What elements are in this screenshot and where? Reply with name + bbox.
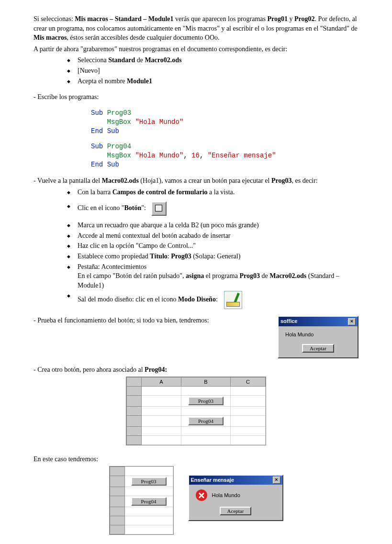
- msgbox-title: Enseñar mensaje: [191, 477, 235, 484]
- list-item: Sal del modo diseño: clic en el icono Mo…: [67, 291, 358, 309]
- list-item: Pestaña: Acontecimientos En el campo "Bo…: [67, 262, 358, 290]
- code-block-prog03: Sub Prog03 MsgBox "Hola Mundo" End Sub: [91, 109, 358, 136]
- prog03-button[interactable]: Prog03: [131, 477, 167, 486]
- close-icon[interactable]: ×: [273, 477, 280, 484]
- caso-text: En este caso tendremos:: [34, 455, 358, 464]
- msgbox-ensenar: Enseñar mensaje × Hola Mundo Aceptar: [188, 475, 283, 521]
- msgbox-soffice: soffice × Hola Mundo Aceptar: [278, 316, 358, 358]
- prueba-text: - Prueba el funcionamiento del botón; si…: [34, 316, 268, 325]
- prog04-button[interactable]: Prog04: [131, 497, 167, 506]
- code-block-prog04: Sub Prog04 MsgBox "Hola Mundo", 16, "Ens…: [91, 142, 358, 169]
- spreadsheet-preview-2: Prog03 Prog04: [109, 466, 174, 535]
- spreadsheet-preview-1: ABC Prog03 Prog04: [126, 377, 266, 445]
- close-icon[interactable]: ×: [348, 318, 356, 325]
- list-item: Marca un recuadro que abarque a la celda…: [67, 221, 358, 230]
- escribe-heading: - Escribe los programas:: [34, 92, 358, 102]
- aceptar-button[interactable]: Aceptar: [302, 344, 334, 353]
- aceptar-button[interactable]: Aceptar: [220, 507, 252, 515]
- list-item: Acepta el nombre Module1: [67, 77, 358, 86]
- msgbox-body: Hola Mundo: [279, 326, 358, 341]
- list-item: Accede al menú contextual del botón acab…: [67, 231, 358, 241]
- design-mode-icon: [224, 291, 242, 309]
- intro-paragraph: Si seleccionas: Mis macros – Standard – …: [34, 14, 358, 43]
- crea-text: - Crea otro botón, pero ahora asociado a…: [34, 365, 358, 375]
- button-icon: [151, 201, 167, 216]
- msgbox-title: soffice: [280, 318, 297, 325]
- intro-line-2: A partir de ahora "grabaremos" nuestros …: [34, 44, 358, 54]
- list-item: Establece como propiedad Título: Prog03 …: [67, 252, 358, 261]
- list-item: [Nuevo]: [67, 66, 358, 76]
- list-item: Con la barra Campos de control de formul…: [67, 188, 358, 197]
- list-item: Haz clic en la opción "Campo de Control.…: [67, 241, 358, 251]
- steps-list-1: Selecciona Standard de Macro02.ods [Nuev…: [67, 56, 358, 86]
- msgbox-body: Hola Mundo: [212, 492, 240, 499]
- list-item: Clic en el icono "Botón":: [67, 201, 358, 216]
- prog03-button[interactable]: Prog03: [188, 397, 224, 405]
- list-item: Selecciona Standard de Macro02.ods: [67, 56, 358, 65]
- prog04-button[interactable]: Prog04: [188, 417, 224, 425]
- vuelve-paragraph: - Vuelve a la pantalla del Macro02.ods (…: [34, 176, 358, 186]
- error-icon: [196, 489, 207, 501]
- steps-list-2: Con la barra Campos de control de formul…: [67, 188, 358, 310]
